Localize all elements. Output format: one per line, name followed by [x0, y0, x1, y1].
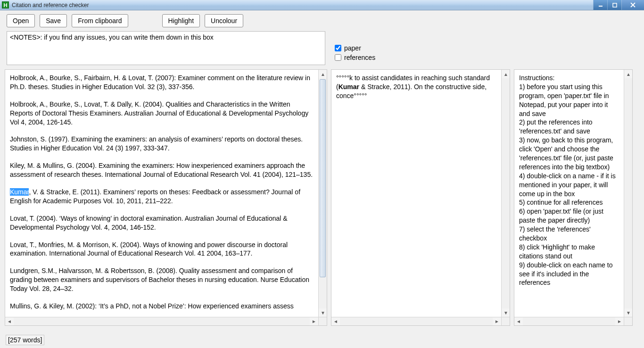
titlebar: H Citation and reference checker [0, 0, 644, 10]
reference-entry[interactable]: Kiley, M. & Mullins, G. (2004). Examinin… [10, 161, 314, 179]
scroll-up-icon[interactable]: ▲ [319, 70, 327, 78]
scroll-down-icon[interactable]: ▼ [624, 308, 633, 317]
main-area: Holbrook, A., Bourke, S., Fairbairn, H. … [0, 69, 644, 326]
scroll-down-icon[interactable]: ▼ [502, 308, 510, 317]
notes-textarea[interactable] [7, 31, 325, 65]
references-textbox[interactable]: Holbrook, A., Bourke, S., Fairbairn, H. … [5, 70, 318, 317]
scrollbar-thumb[interactable] [320, 79, 326, 277]
instructions-panel: Instructions:1) before you start using t… [514, 69, 633, 326]
references-checkbox-row[interactable]: references [335, 54, 375, 61]
scroll-left-icon[interactable]: ◄ [514, 317, 523, 326]
scroll-right-icon[interactable]: ► [310, 317, 318, 326]
instruction-line: 3) now, go back to this program, click '… [519, 136, 619, 172]
from-clipboard-button[interactable]: From clipboard [72, 14, 128, 27]
scrollbar-corner [318, 317, 327, 325]
references-panel: Holbrook, A., Bourke, S., Fairbairn, H. … [5, 69, 327, 326]
reference-entry[interactable]: Lovat, T., Monfries, M. & Morrison, K. (… [10, 240, 314, 258]
scroll-up-icon[interactable]: ▲ [502, 70, 510, 78]
uncolour-button[interactable]: Uncolour [205, 14, 243, 27]
paper-checkbox[interactable] [335, 45, 341, 51]
window-title: Citation and reference checker [12, 2, 89, 8]
paper-textbox[interactable]: °°°°°k to assist candidates in reaching … [331, 70, 501, 317]
references-checkbox-label: references [344, 54, 375, 61]
scroll-left-icon[interactable]: ◄ [331, 317, 340, 326]
scroll-right-icon[interactable]: ► [493, 317, 501, 326]
instruction-line: 4) double-click on a name - if it is men… [519, 172, 619, 199]
instruction-line: 2) put the references into 'references.t… [519, 118, 619, 136]
reference-entry[interactable]: Holbrook, A., Bourke, S., Fairbairn, H. … [10, 74, 314, 91]
maximize-button[interactable] [607, 0, 621, 10]
paper-panel: °°°°°k to assist candidates in reaching … [331, 69, 510, 326]
instruction-line: 7) select the 'references' checkbox [519, 225, 619, 243]
instructions-heading: Instructions: [519, 74, 619, 83]
paper-checkbox-label: paper [344, 44, 361, 52]
vertical-scrollbar[interactable]: ▲ ▼ [624, 70, 632, 317]
instruction-line: 5) continue for all references [519, 198, 619, 207]
reference-entry[interactable]: Lundgren, S.M., Halvarsson, M. & Roberts… [10, 266, 314, 293]
window-controls [593, 0, 644, 10]
selected-word: Kumar [10, 188, 29, 196]
instruction-line: 8) click 'Highlight' to make citations s… [519, 243, 619, 261]
references-checkbox[interactable] [335, 54, 341, 61]
open-button[interactable]: Open [7, 14, 35, 27]
instructions-textbox[interactable]: Instructions:1) before you start using t… [514, 70, 624, 317]
reference-entry[interactable]: Kumar, V. & Stracke, E. (2011). Examiner… [10, 188, 314, 206]
svg-rect-1 [613, 3, 617, 7]
scroll-down-icon[interactable]: ▼ [319, 308, 327, 317]
scrollbar-corner [501, 317, 510, 325]
instruction-line: 6) open 'paper.txt' file (or just paste … [519, 207, 619, 225]
paper-checkbox-row[interactable]: paper [335, 44, 375, 52]
horizontal-scrollbar[interactable]: ◄ ► [514, 317, 624, 325]
vertical-scrollbar[interactable]: ▲ ▼ [318, 70, 327, 317]
status-bar: [257 words] [6, 335, 44, 345]
reference-entry[interactable]: Holbrook, A., Bourke, S., Lovat, T. & Da… [10, 100, 314, 127]
horizontal-scrollbar[interactable]: ◄ ► [5, 317, 318, 325]
instruction-line: 1) before you start using this program, … [519, 83, 619, 118]
scroll-up-icon[interactable]: ▲ [624, 70, 633, 78]
reference-entry[interactable]: Lovat, T. (2004). ‘Ways of knowing’ in d… [10, 214, 314, 232]
save-button[interactable]: Save [40, 14, 67, 27]
scroll-left-icon[interactable]: ◄ [5, 317, 14, 326]
scroll-right-icon[interactable]: ► [615, 317, 624, 326]
paper-excerpt-match: Kumar [339, 83, 359, 91]
app-icon: H [2, 1, 9, 8]
instruction-line: 9) double-click on each name to see if i… [519, 261, 619, 288]
reference-entry[interactable]: Mullins, G. & Kiley, M. (2002): ‘It’s a … [10, 302, 314, 311]
horizontal-scrollbar[interactable]: ◄ ► [331, 317, 501, 325]
close-button[interactable] [621, 0, 644, 10]
highlight-button[interactable]: Highlight [162, 14, 200, 27]
toolbar: Open Save From clipboard Highlight Uncol… [0, 10, 644, 31]
vertical-scrollbar[interactable]: ▲ ▼ [501, 70, 510, 317]
checkbox-group: paper references [335, 44, 375, 61]
reference-entry[interactable]: Johnston, S. (1997). Examining the exami… [10, 135, 314, 153]
minimize-button[interactable] [593, 0, 607, 10]
scrollbar-corner [624, 317, 632, 325]
